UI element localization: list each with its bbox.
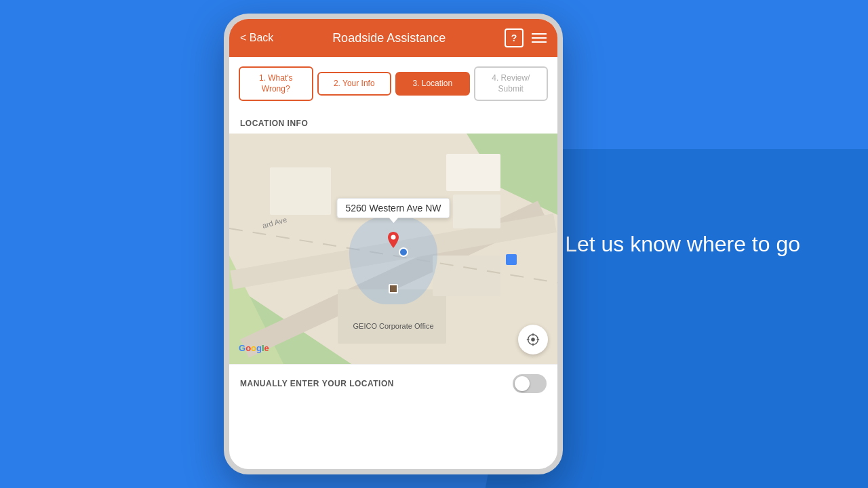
map-area[interactable]: ard Ave dship Blvd 5260 Western Ave NW G… — [229, 134, 557, 364]
header-icons: ? — [505, 28, 547, 47]
svg-rect-6 — [270, 167, 331, 215]
map-marker-blue — [506, 254, 517, 265]
back-button[interactable]: < Back — [240, 32, 273, 44]
gps-dot — [399, 247, 408, 257]
google-attribution: Google — [239, 343, 269, 353]
header-title: Roadside Assistance — [332, 31, 446, 45]
my-location-button[interactable] — [518, 325, 548, 354]
chat-icon[interactable]: ? — [505, 28, 524, 47]
app-header: < Back Roadside Assistance ? — [229, 19, 557, 57]
step-your-info[interactable]: 2. Your Info — [317, 72, 392, 96]
step-location[interactable]: 3. Location — [395, 72, 470, 96]
svg-point-14 — [391, 235, 396, 240]
manual-location-label: MANUALLY ENTER YOUR LOCATION — [240, 379, 394, 388]
svg-rect-10 — [433, 256, 500, 296]
toggle-knob — [515, 376, 530, 391]
phone-frame: < Back Roadside Assistance ? 1. What'sWr… — [224, 14, 563, 474]
address-tooltip: 5260 Western Ave NW — [336, 198, 450, 218]
map-marker-brown — [389, 284, 398, 293]
corp-office-label: GEICO Corporate Office — [353, 322, 433, 330]
location-section-label: LOCATION INFO — [229, 110, 557, 134]
manual-location-section: MANUALLY ENTER YOUR LOCATION — [229, 364, 557, 403]
menu-icon[interactable] — [532, 33, 547, 43]
step-whats-wrong[interactable]: 1. What'sWrong? — [239, 66, 313, 101]
manual-location-toggle[interactable] — [513, 374, 547, 393]
tagline: Let us know where to go — [565, 232, 800, 257]
svg-rect-7 — [446, 154, 500, 191]
step-review-submit[interactable]: 4. Review/Submit — [474, 66, 549, 101]
step-indicator: 1. What'sWrong? 2. Your Info 3. Location… — [229, 57, 557, 110]
svg-point-16 — [531, 338, 535, 342]
svg-rect-8 — [453, 195, 500, 228]
